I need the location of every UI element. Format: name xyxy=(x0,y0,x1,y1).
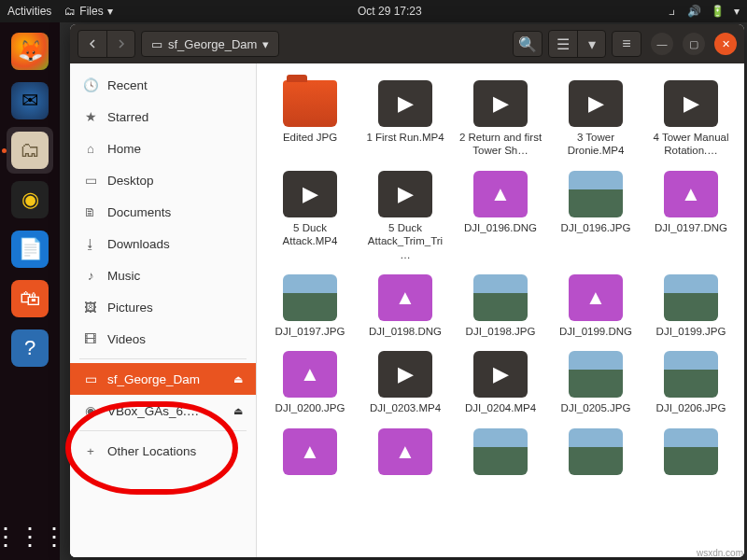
file-label: DJI_0198.DNG xyxy=(369,325,442,338)
eject-icon[interactable]: ⏏ xyxy=(233,373,243,385)
forward-button[interactable] xyxy=(106,31,134,57)
file-label: DJI_0200.JPG xyxy=(275,401,345,414)
close-button[interactable]: ✕ xyxy=(714,33,737,55)
thumb-icon xyxy=(473,274,528,321)
sidebar-videos[interactable]: 🎞Videos xyxy=(70,323,256,355)
file-item[interactable]: ▲DJI_0200.JPG xyxy=(264,347,356,418)
sidebar-home[interactable]: ⌂Home xyxy=(70,133,256,164)
video-icon: ▶ xyxy=(473,351,528,398)
file-label: DJI_0196.JPG xyxy=(561,221,631,234)
file-label: DJI_0196.DNG xyxy=(464,221,537,234)
chevron-down-icon: ▾ xyxy=(262,37,269,51)
sidebar-desktop[interactable]: ▭Desktop xyxy=(70,164,256,196)
file-item[interactable]: ▲DJI_0196.DNG xyxy=(455,167,546,265)
volume-icon[interactable]: 🔊 xyxy=(687,5,701,18)
view-list-button[interactable]: ☰ xyxy=(549,31,577,57)
download-icon: ⭳ xyxy=(83,237,98,251)
file-item[interactable]: ▲DJI_0199.DNG xyxy=(550,271,641,342)
search-button[interactable]: 🔍 xyxy=(513,31,543,57)
activities-button[interactable]: Activities xyxy=(7,5,51,18)
view-options-button[interactable]: ▾ xyxy=(577,31,605,57)
sidebar-starred[interactable]: ★Starred xyxy=(70,101,256,133)
file-item[interactable]: ▶5 Duck Attack_Trim_Tri… xyxy=(359,167,451,265)
video-icon: ▶ xyxy=(378,171,432,217)
file-item[interactable]: ▲DJI_0197.DNG xyxy=(645,167,737,265)
header-bar: ▭ sf_George_Dam ▾ 🔍 ☰ ▾ ≡ — ▢ ✕ xyxy=(70,24,744,63)
file-item[interactable]: ▶3 Tower Dronie.MP4 xyxy=(550,77,641,161)
clock-icon: 🕓 xyxy=(83,77,98,92)
maximize-button[interactable]: ▢ xyxy=(683,33,705,55)
dock-rhythmbox[interactable]: ◉ xyxy=(7,176,53,223)
battery-icon[interactable]: 🔋 xyxy=(711,5,725,18)
search-icon: 🔍 xyxy=(518,35,537,53)
dock-show-apps[interactable]: ⋮⋮⋮ xyxy=(7,513,53,560)
file-item[interactable] xyxy=(645,425,737,483)
file-item[interactable]: ▲ xyxy=(264,425,356,483)
dock-firefox[interactable]: 🦊 xyxy=(7,28,53,75)
video-icon: ▶ xyxy=(664,80,718,127)
file-label: DJI_0205.JPG xyxy=(561,401,631,414)
dock-writer[interactable]: 📄 xyxy=(7,226,53,273)
eject-icon[interactable]: ⏏ xyxy=(233,405,243,417)
image-icon: ▲ xyxy=(378,274,432,321)
file-label: 5 Duck Attack_Trim_Tri… xyxy=(363,221,447,261)
sidebar-pictures[interactable]: 🖼Pictures xyxy=(70,291,256,323)
app-menu[interactable]: 🗂 Files ▾ xyxy=(64,5,112,18)
file-label: Edited JPG xyxy=(283,131,337,144)
gnome-topbar: Activities 🗂 Files ▾ Oct 29 17:23 ⯾ 🔊 🔋 … xyxy=(0,0,747,22)
sidebar: 🕓Recent ★Starred ⌂Home ▭Desktop 🗎Documen… xyxy=(70,63,257,557)
file-item[interactable]: DJI_0205.JPG xyxy=(550,347,641,418)
file-item[interactable]: DJI_0206.JPG xyxy=(645,347,737,418)
menu-button[interactable]: ≡ xyxy=(612,31,641,57)
path-bar[interactable]: ▭ sf_George_Dam ▾ xyxy=(141,31,279,57)
desktop-icon: ▭ xyxy=(83,173,98,188)
file-item[interactable]: ▶2 Return and first Tower Sh… xyxy=(455,77,546,161)
sidebar-other-locations[interactable]: +Other Locations xyxy=(70,435,256,467)
sidebar-mount-sf-george-dam[interactable]: ▭sf_George_Dam⏏ xyxy=(70,363,256,395)
file-item[interactable]: DJI_0199.JPG xyxy=(645,271,737,342)
file-item[interactable] xyxy=(550,425,641,483)
dock-help[interactable]: ? xyxy=(7,325,53,371)
file-item[interactable]: Edited JPG xyxy=(264,77,356,161)
video-icon: ▶ xyxy=(473,80,528,127)
clock[interactable]: Oct 29 17:23 xyxy=(113,5,667,18)
file-item[interactable]: DJI_0198.JPG xyxy=(455,271,546,342)
image-icon: ▲ xyxy=(473,171,528,217)
file-item[interactable]: ▲DJI_0198.DNG xyxy=(359,271,451,342)
minimize-button[interactable]: — xyxy=(651,33,673,55)
file-item[interactable]: ▲ xyxy=(359,425,451,483)
file-label: DJI_0203.MP4 xyxy=(370,401,441,414)
thumb-icon xyxy=(664,428,718,475)
back-button[interactable] xyxy=(78,31,106,57)
sidebar-recent[interactable]: 🕓Recent xyxy=(70,69,256,101)
thumb-icon xyxy=(473,428,528,475)
file-item[interactable]: ▶5 Duck Attack.MP4 xyxy=(264,167,356,265)
sidebar-mount-vbox[interactable]: ◉VBox_GAs_6.…⏏ xyxy=(70,395,256,427)
sidebar-documents[interactable]: 🗎Documents xyxy=(70,196,256,228)
file-item[interactable]: ▶DJI_0204.MP4 xyxy=(455,347,546,418)
dock-thunderbird[interactable]: ✉ xyxy=(7,77,53,124)
sidebar-music[interactable]: ♪Music xyxy=(70,259,256,291)
file-item[interactable] xyxy=(455,425,546,483)
nav-buttons xyxy=(78,30,135,58)
file-label: DJI_0206.JPG xyxy=(656,401,726,414)
file-item[interactable]: ▶DJI_0203.MP4 xyxy=(359,347,451,418)
file-item[interactable]: ▶1 First Run.MP4 xyxy=(359,77,451,161)
dock: 🦊 ✉ 🗂 ◉ 📄 🛍 ? ⋮⋮⋮ xyxy=(0,22,60,560)
file-label: 4 Tower Manual Rotation.… xyxy=(649,131,733,158)
file-item[interactable]: DJI_0196.JPG xyxy=(550,167,641,265)
image-icon: ▲ xyxy=(664,171,718,217)
chevron-down-icon[interactable]: ▾ xyxy=(734,5,740,18)
video-icon: ▶ xyxy=(378,80,432,127)
videos-icon: 🎞 xyxy=(83,332,98,346)
dock-files[interactable]: 🗂 xyxy=(7,127,53,174)
file-item[interactable]: ▶4 Tower Manual Rotation.… xyxy=(645,77,737,161)
documents-icon: 🗎 xyxy=(83,205,98,219)
file-item[interactable]: DJI_0197.JPG xyxy=(264,271,356,342)
thumb-icon xyxy=(283,274,337,321)
sidebar-downloads[interactable]: ⭳Downloads xyxy=(70,228,256,259)
network-icon[interactable]: ⯾ xyxy=(667,5,678,18)
dock-software[interactable]: 🛍 xyxy=(7,275,53,322)
star-icon: ★ xyxy=(83,109,98,124)
nautilus-window: ▭ sf_George_Dam ▾ 🔍 ☰ ▾ ≡ — ▢ ✕ 🕓Recent … xyxy=(70,24,744,557)
